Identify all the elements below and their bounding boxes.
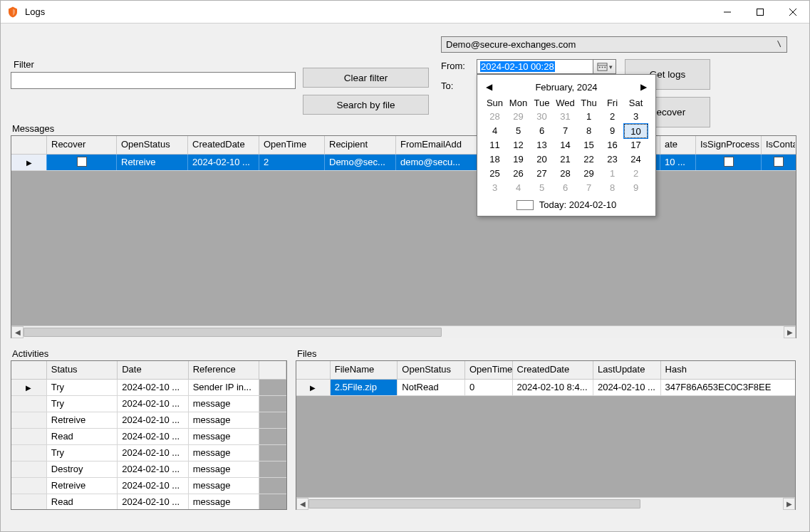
- calendar-next-button[interactable]: ▶: [638, 82, 650, 92]
- col-openstatus[interactable]: OpenStatus: [398, 361, 465, 379]
- calendar-day[interactable]: 3: [624, 110, 648, 124]
- calendar-day[interactable]: 21: [554, 152, 577, 167]
- col-openstatus[interactable]: OpenStatus: [117, 136, 188, 154]
- calendar-day[interactable]: 3: [483, 181, 507, 195]
- calendar-day[interactable]: 29: [507, 110, 530, 124]
- col-isconta[interactable]: IsConta: [762, 136, 795, 154]
- col-filename[interactable]: FileName: [331, 361, 398, 379]
- checkbox-icon[interactable]: [724, 157, 734, 167]
- calendar-day[interactable]: 27: [530, 167, 554, 181]
- col-recipient[interactable]: Recipient: [325, 136, 396, 154]
- calendar-today-label[interactable]: Today: 2024-02-10: [539, 199, 616, 210]
- table-row[interactable]: ▶Try2024-02-10 ...Sender IP in...: [11, 380, 286, 396]
- row-header[interactable]: ▶: [11, 155, 47, 170]
- calendar-day[interactable]: 4: [483, 124, 507, 138]
- maximize-button[interactable]: [744, 1, 777, 24]
- calendar-day[interactable]: 7: [577, 181, 601, 195]
- table-row[interactable]: Destroy2024-02-10 ...message: [11, 461, 286, 478]
- calendar-day[interactable]: 17: [624, 138, 648, 152]
- table-row[interactable]: ▶Retreive2024-02-10 ...2Demo@sec...demo@…: [11, 155, 796, 171]
- messages-grid[interactable]: Recover OpenStatus CreatedDate OpenTime …: [11, 135, 796, 338]
- calendar-day[interactable]: 20: [530, 152, 554, 167]
- calendar-day[interactable]: 16: [601, 138, 624, 152]
- files-grid[interactable]: FileName OpenStatus OpenTime CreatedDate…: [296, 360, 796, 510]
- col-opentime[interactable]: OpenTime: [259, 136, 325, 154]
- row-header[interactable]: ▶: [11, 380, 47, 395]
- cell-sign[interactable]: [696, 155, 762, 170]
- calendar-day[interactable]: 22: [577, 152, 601, 167]
- row-header[interactable]: [11, 412, 47, 428]
- date-picker-button[interactable]: ▾: [593, 60, 616, 73]
- search-by-file-button[interactable]: Search by file: [303, 95, 429, 115]
- row-header[interactable]: [11, 478, 47, 494]
- minimize-button[interactable]: [711, 1, 744, 24]
- col-createddate[interactable]: CreatedDate: [513, 361, 593, 379]
- calendar-day[interactable]: 6: [530, 124, 554, 138]
- checkbox-icon[interactable]: [774, 157, 784, 167]
- calendar-day[interactable]: 24: [624, 152, 648, 167]
- calendar-day[interactable]: 28: [483, 110, 507, 124]
- calendar-day[interactable]: 12: [507, 138, 530, 152]
- cell-recover[interactable]: [47, 155, 117, 170]
- table-row[interactable]: Read2024-02-10 ...message: [11, 494, 286, 509]
- calendar-day[interactable]: 30: [530, 110, 554, 124]
- calendar-day[interactable]: 2: [601, 110, 624, 124]
- col-issignprocess[interactable]: IsSignProcess: [696, 136, 762, 154]
- table-row[interactable]: ▶2.5File.zipNotRead02024-02-10 8:4...202…: [296, 380, 795, 396]
- col-a[interactable]: ate: [660, 136, 696, 154]
- scroll-right-button[interactable]: ▶: [784, 326, 796, 338]
- calendar-day[interactable]: 23: [601, 152, 624, 167]
- col-lastupdate[interactable]: LastUpdate: [593, 361, 661, 379]
- row-header[interactable]: [11, 445, 47, 461]
- calendar-day[interactable]: 9: [624, 181, 648, 195]
- calendar-day[interactable]: 31: [554, 110, 577, 124]
- col-recover[interactable]: Recover: [47, 136, 117, 154]
- col-date[interactable]: Date: [118, 361, 188, 379]
- row-header[interactable]: [11, 461, 47, 477]
- col-status[interactable]: Status: [47, 361, 118, 379]
- email-dropdown[interactable]: Demo@secure-exchanges.com 〵: [441, 36, 787, 53]
- table-row[interactable]: Retreive2024-02-10 ...message: [11, 412, 286, 429]
- clear-filter-button[interactable]: Clear filter: [303, 68, 429, 88]
- calendar-day[interactable]: 15: [577, 138, 601, 152]
- calendar-day[interactable]: 18: [483, 152, 507, 167]
- calendar-day[interactable]: 5: [530, 181, 554, 195]
- row-header[interactable]: ▶: [296, 380, 331, 395]
- calendar-day[interactable]: 7: [554, 124, 577, 138]
- col-fromemail[interactable]: FromEmailAdd: [396, 136, 479, 154]
- col-hash[interactable]: Hash: [661, 361, 795, 379]
- calendar-day[interactable]: 25: [483, 167, 507, 181]
- messages-hscroll[interactable]: ◀ ▶: [11, 325, 796, 338]
- calendar-day[interactable]: 28: [554, 167, 577, 181]
- from-date-input[interactable]: 2024-02-10 00:28 ▾: [477, 59, 616, 74]
- cell-conta[interactable]: [762, 155, 795, 170]
- calendar-day[interactable]: 13: [530, 138, 554, 152]
- files-hscroll[interactable]: ◀ ▶: [296, 497, 795, 509]
- calendar-day[interactable]: 9: [601, 124, 624, 138]
- row-header[interactable]: [11, 396, 47, 412]
- calendar-day[interactable]: 29: [577, 167, 601, 181]
- calendar-day[interactable]: 10: [624, 124, 648, 138]
- scroll-left-button[interactable]: ◀: [11, 326, 24, 338]
- close-button[interactable]: [777, 1, 809, 24]
- table-row[interactable]: Try2024-02-10 ...message: [11, 445, 286, 461]
- col-createddate[interactable]: CreatedDate: [188, 136, 259, 154]
- table-row[interactable]: Retreive2024-02-10 ...message: [11, 478, 286, 494]
- table-row[interactable]: Read2024-02-10 ...message: [11, 429, 286, 445]
- row-header[interactable]: [11, 429, 47, 444]
- calendar-day[interactable]: 6: [554, 181, 577, 195]
- table-row[interactable]: Try2024-02-10 ...message: [11, 396, 286, 412]
- calendar-day[interactable]: 26: [507, 167, 530, 181]
- calendar-day[interactable]: 1: [577, 110, 601, 124]
- col-reference[interactable]: Reference: [189, 361, 259, 379]
- calendar-day[interactable]: 19: [507, 152, 530, 167]
- calendar-day[interactable]: 2: [624, 167, 648, 181]
- calendar-day[interactable]: 8: [601, 181, 624, 195]
- checkbox-icon[interactable]: [77, 157, 87, 167]
- calendar-day[interactable]: 5: [507, 124, 530, 138]
- calendar-day[interactable]: 14: [554, 138, 577, 152]
- row-header[interactable]: [11, 494, 47, 509]
- calendar-day[interactable]: 11: [483, 138, 507, 152]
- calendar-prev-button[interactable]: ◀: [483, 82, 495, 92]
- scroll-right-button[interactable]: ▶: [783, 498, 795, 510]
